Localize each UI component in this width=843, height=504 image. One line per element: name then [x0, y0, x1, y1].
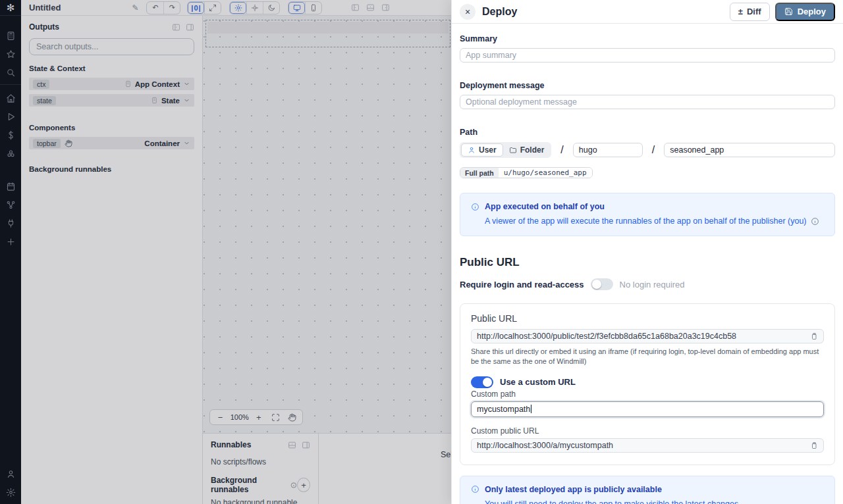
custom-url-toggle-label: Use a custom URL — [500, 377, 576, 387]
require-login-toggle[interactable] — [591, 278, 613, 290]
close-icon[interactable]: × — [460, 4, 476, 20]
latest-deploy-info-box: Only latest deployed app is publicly ava… — [460, 476, 835, 504]
summary-label: Summary — [460, 34, 835, 43]
custom-path-label: Custom path — [471, 390, 824, 399]
copy-icon[interactable] — [810, 332, 818, 340]
deployment-message-input[interactable] — [460, 95, 835, 109]
drawer-title: Deploy — [482, 6, 517, 18]
save-icon — [784, 7, 793, 16]
path-label: Path — [460, 128, 835, 137]
copy-icon[interactable] — [810, 441, 818, 449]
share-helper-text: Share this url directly or embed it usin… — [471, 347, 824, 367]
login-status-text: No login required — [620, 280, 685, 290]
path-separator: / — [652, 144, 655, 156]
custom-path-input[interactable]: mycustompath — [471, 401, 824, 417]
owner-kind-folder[interactable]: Folder — [503, 144, 551, 156]
plus-minus-icon: ± — [738, 7, 743, 16]
path-name-input[interactable] — [664, 143, 835, 157]
folder-icon — [509, 146, 517, 154]
owner-kind-toggle: User Folder — [460, 142, 551, 158]
public-url-field[interactable]: http://localhost:3000/public/test2/f3efc… — [471, 329, 824, 343]
diff-button[interactable]: ± Diff — [730, 3, 770, 21]
deploy-drawer: × Deploy ± Diff Deploy Summary Deploymen… — [451, 0, 843, 504]
deployment-message-label: Deployment message — [460, 81, 835, 90]
full-path-badge: Full path u/hugo/seasoned_app — [460, 167, 593, 178]
info-icon — [471, 485, 479, 493]
require-login-label: Require login and read-access — [460, 280, 584, 290]
custom-url-toggle[interactable] — [471, 376, 493, 388]
user-icon — [468, 146, 476, 154]
text-cursor — [531, 405, 531, 413]
public-url-card: Public URL http://localhost:3000/public/… — [460, 303, 835, 465]
path-owner-input[interactable] — [573, 143, 643, 157]
public-url-heading: Public URL — [460, 256, 835, 269]
path-separator: / — [560, 144, 563, 156]
owner-kind-user[interactable]: User — [461, 143, 503, 157]
info-icon — [471, 203, 479, 211]
drawer-backdrop[interactable] — [0, 0, 451, 504]
info-icon[interactable] — [811, 217, 819, 226]
deploy-button[interactable]: Deploy — [775, 3, 835, 21]
summary-input[interactable] — [460, 48, 835, 63]
custom-public-url-label: Custom public URL — [471, 426, 824, 436]
public-url-label: Public URL — [471, 313, 824, 324]
custom-public-url-field[interactable]: http://localhost:3000/a/mycustompath — [471, 438, 824, 453]
behalf-info-box: App executed on behalf of you A viewer o… — [460, 193, 835, 236]
